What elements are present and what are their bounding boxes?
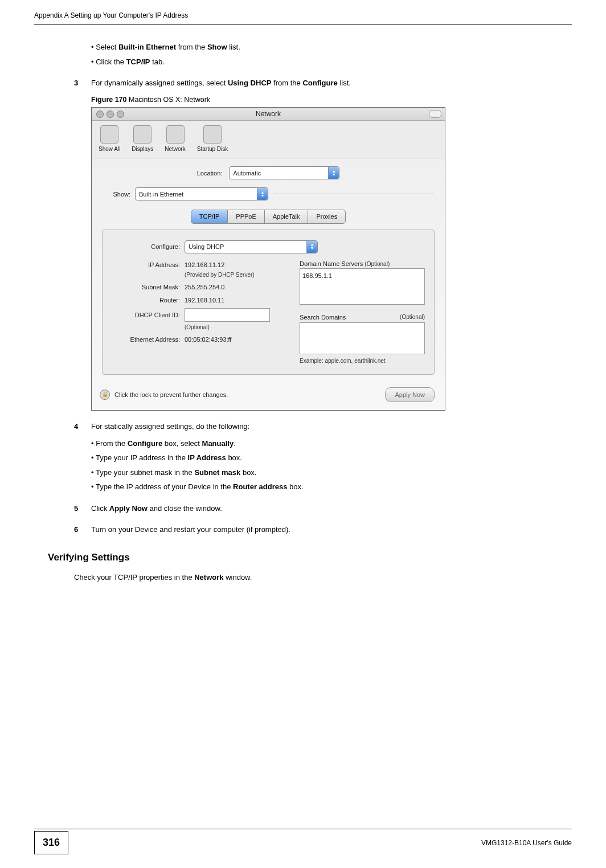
- verifying-settings-heading: Verifying Settings: [48, 550, 549, 565]
- ethernet-row: Ethernet Address:00:05:02:43:93:ff: [112, 335, 289, 345]
- text: window.: [224, 573, 252, 582]
- configure-row: Configure: Using DHCP▲▼: [112, 240, 425, 253]
- figure-title: Macintosh OS X: Network: [127, 96, 211, 104]
- figure-caption: Figure 170 Macintosh OS X: Network: [91, 95, 549, 105]
- displays-icon: [133, 125, 152, 144]
- bold: IP Address: [188, 453, 226, 462]
- dns-label: Domain Name Servers: [300, 260, 363, 267]
- guide-name: VMG1312-B10A User's Guide: [68, 838, 572, 848]
- text: and close the window.: [148, 504, 222, 513]
- select-value: Using DHCP: [189, 242, 224, 252]
- apply-now-button[interactable]: Apply Now: [385, 387, 435, 403]
- toolbar-network[interactable]: Network: [165, 125, 186, 153]
- toolbar-displays[interactable]: Displays: [132, 125, 153, 153]
- macosx-network-screenshot: Network Show All Displays Network Startu…: [91, 107, 445, 411]
- dhcp-client-input[interactable]: [185, 308, 270, 322]
- text: From the: [96, 439, 128, 448]
- text: from the: [271, 79, 302, 87]
- label: Network: [165, 145, 186, 153]
- chevron-updown-icon: ▲▼: [257, 188, 268, 200]
- tab-pppoe[interactable]: PPPoE: [228, 210, 264, 224]
- step-text: Turn on your Device and restart your com…: [91, 524, 290, 535]
- step-text: Click Apply Now and close the window.: [91, 503, 222, 514]
- intro-bullets: Select Built-in Ethernet from the Show l…: [91, 42, 549, 67]
- ip-value: 192.168.11.12: [185, 260, 224, 270]
- dhcp-label: DHCP Client ID:: [112, 310, 180, 320]
- window-title: Network: [92, 109, 445, 119]
- bullet-ip-address: Type your IP address in the IP Address b…: [91, 452, 549, 464]
- bold: TCP/IP: [126, 58, 150, 66]
- tcpip-panel: Configure: Using DHCP▲▼ IP Address:192.1…: [102, 230, 435, 375]
- subnet-row: Subnet Mask:255.255.254.0: [112, 282, 289, 292]
- step-number: 6: [74, 524, 91, 535]
- toolbar-startup-disk[interactable]: Startup Disk: [197, 125, 228, 153]
- bullet-configure-manually: From the Configure box, select Manually.: [91, 438, 549, 449]
- text: For dynamically assigned settings, selec…: [91, 79, 228, 87]
- text: Type the IP address of your Device in th…: [96, 482, 233, 491]
- label: Displays: [132, 145, 153, 153]
- text: list.: [338, 79, 351, 87]
- network-icon: [166, 125, 185, 144]
- step-3: 3 For dynamically assigned settings, sel…: [74, 77, 549, 89]
- tab-proxies[interactable]: Proxies: [308, 210, 346, 224]
- dns-optional: (Optional): [365, 261, 390, 267]
- show-select[interactable]: Built-in Ethernet▲▼: [135, 187, 268, 200]
- subnet-value: 255.255.254.0: [185, 282, 224, 292]
- dns-header: Domain Name Servers (Optional): [300, 259, 425, 269]
- text: box.: [226, 453, 242, 462]
- ethernet-label: Ethernet Address:: [112, 335, 180, 345]
- search-domains-input[interactable]: [300, 322, 425, 354]
- subnet-label: Subnet Mask:: [112, 282, 180, 292]
- step-number: 3: [74, 77, 91, 89]
- lock-icon[interactable]: 🔒: [100, 390, 110, 400]
- text: Check your TCP/IP properties in the: [74, 573, 194, 582]
- text: tab.: [150, 58, 165, 66]
- ip-note: (Provided by DHCP Server): [185, 271, 255, 279]
- bold: Apply Now: [109, 504, 148, 513]
- step-number: 4: [74, 421, 91, 432]
- step-number: 5: [74, 503, 91, 514]
- dhcp-note: (Optional): [185, 323, 210, 331]
- location-select[interactable]: Automatic▲▼: [229, 166, 339, 179]
- verifying-paragraph: Check your TCP/IP properties in the Netw…: [74, 572, 549, 583]
- text: box.: [287, 482, 303, 491]
- search-header: Search Domains (Optional): [300, 313, 425, 322]
- text: from the: [176, 43, 207, 51]
- dns-input[interactable]: 168.95.1.1: [300, 268, 425, 305]
- tab-tcpip[interactable]: TCP/IP: [191, 210, 228, 224]
- page-number: 316: [34, 831, 68, 854]
- lock-row: 🔒 Click the lock to prevent further chan…: [92, 382, 445, 411]
- bold: Router address: [233, 482, 287, 491]
- page-footer: 316 VMG1312-B10A User's Guide: [0, 831, 606, 854]
- tab-appletalk[interactable]: AppleTalk: [265, 210, 309, 224]
- router-row: Router:192.168.10.11: [112, 296, 289, 305]
- toolbar-toggle-icon[interactable]: [429, 110, 441, 118]
- bullet-click-tcpip: Click the TCP/IP tab.: [91, 56, 549, 68]
- select-value: Built-in Ethernet: [139, 190, 183, 199]
- footer-rule: [34, 829, 572, 829]
- bold: Manually: [202, 439, 234, 448]
- dhcp-note-row: (Optional): [112, 323, 289, 331]
- bold: Using DHCP: [228, 79, 272, 87]
- ip-row: IP Address:192.168.11.12: [112, 260, 289, 270]
- router-label: Router:: [112, 296, 180, 305]
- text: Type your subnet mask in the: [96, 468, 194, 477]
- bullet-subnet-mask: Type your subnet mask in the Subnet mask…: [91, 467, 549, 478]
- text: Click the: [96, 58, 126, 66]
- text: .: [234, 439, 236, 448]
- header-rule: [34, 24, 572, 24]
- step-text: For dynamically assigned settings, selec…: [91, 77, 351, 89]
- bullet-router-address: Type the IP address of your Device in th…: [91, 481, 549, 493]
- show-row: Show: Built-in Ethernet▲▼: [92, 187, 445, 204]
- config-tabs: TCP/IP PPPoE AppleTalk Proxies: [92, 210, 445, 224]
- router-value: 192.168.10.11: [185, 296, 224, 305]
- dhcp-client-row: DHCP Client ID:: [112, 308, 289, 322]
- bold: Subnet mask: [194, 468, 240, 477]
- configure-select[interactable]: Using DHCP▲▼: [185, 240, 318, 253]
- bold: Built-in Ethernet: [118, 43, 176, 51]
- startup-disk-icon: [203, 125, 222, 144]
- step-5: 5 Click Apply Now and close the window.: [74, 503, 549, 514]
- show-label: Show:: [102, 190, 130, 199]
- toolbar-show-all[interactable]: Show All: [99, 125, 120, 153]
- text: box, select: [162, 439, 202, 448]
